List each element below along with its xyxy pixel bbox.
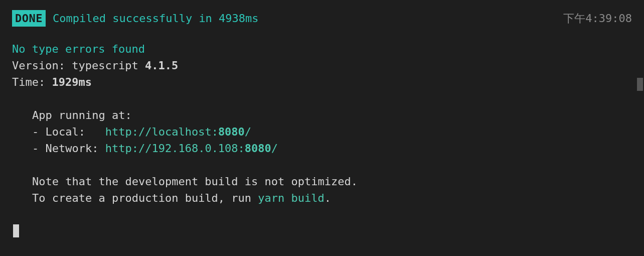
version-name: typescript [72,59,145,72]
no-type-errors: No type errors found [12,41,632,57]
local-port[interactable]: 8080 [218,125,245,138]
app-running-title: App running at: [12,107,632,123]
blank [12,157,632,173]
cursor-icon [13,224,19,237]
scrollbar-thumb[interactable] [637,78,643,91]
network-host[interactable]: http://192.168.0.108: [105,142,245,155]
compile-message: Compiled successfully in 4938ms [53,10,259,27]
timestamp: 下午4:39:08 [563,10,632,27]
blank [12,90,632,107]
time-line: Time: 1929ms [12,74,632,90]
note-prefix: To create a production build, run [32,192,258,204]
network-label: - Network: [32,142,105,155]
prompt-line[interactable] [12,223,632,239]
local-slash[interactable]: / [245,125,251,138]
version-line: Version: typescript 4.1.5 [12,57,632,74]
note-line1: Note that the development build is not o… [12,173,632,190]
status-left: DONE Compiled successfully in 4938ms [12,10,259,27]
local-host[interactable]: http://localhost: [105,125,218,138]
yarn-build-cmd: yarn build [258,192,324,204]
scrollbar-track[interactable] [637,0,644,256]
note-suffix: . [325,192,331,204]
note-line2: To create a production build, run yarn b… [12,190,632,206]
network-url-line: - Network: http://192.168.0.108:8080/ [12,140,632,157]
done-badge: DONE [12,10,46,27]
network-port[interactable]: 8080 [245,142,271,155]
version-number: 4.1.5 [145,59,178,72]
network-slash[interactable]: / [271,142,278,155]
blank [12,206,632,223]
time-value: 1929ms [52,76,91,88]
local-label: - Local: [32,125,105,138]
version-label: Version: [12,59,72,72]
local-url-line: - Local: http://localhost:8080/ [12,123,632,140]
time-label: Time: [12,76,52,88]
status-header: DONE Compiled successfully in 4938ms 下午4… [12,10,632,27]
